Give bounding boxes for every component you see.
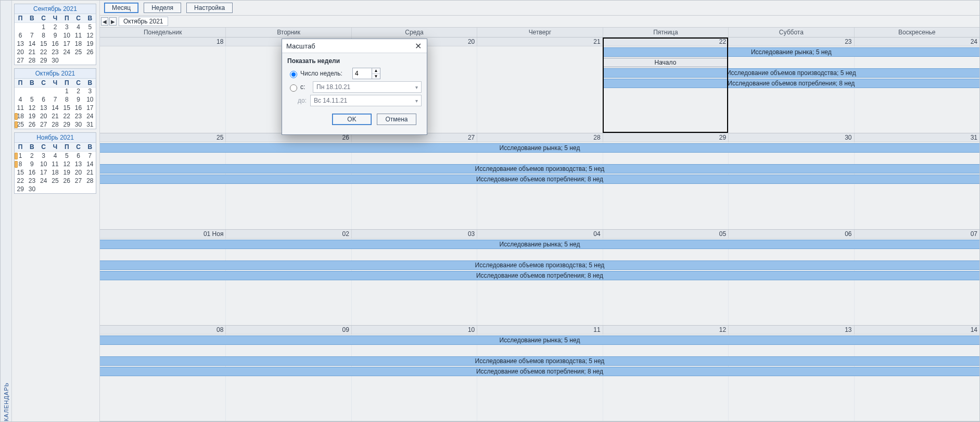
app-root: КАЛЕНДАРЬ Сентябрь 2021ПВСЧПСВ1234567891… — [0, 0, 980, 422]
from-row: с: Пн 18.10.21 ▾ — [287, 81, 422, 93]
to-date-value: Вс 14.11.21 — [314, 97, 347, 104]
from-label: с: — [300, 83, 313, 91]
to-row: до: Вс 14.11.21 ▾ — [287, 95, 422, 106]
spin-up-icon[interactable]: ▲ — [372, 68, 380, 74]
modal-overlay: Масштаб ✕ Показать недели Число недель: … — [1, 1, 979, 421]
chevron-down-icon: ▾ — [415, 84, 418, 90]
weeks-input[interactable] — [352, 68, 372, 79]
to-label: до: — [298, 97, 310, 104]
dialog-titlebar: Масштаб ✕ — [282, 39, 427, 53]
from-radio[interactable] — [290, 84, 297, 92]
cancel-button[interactable]: Отмена — [377, 114, 416, 125]
weeks-row: Число недель: ▲ ▼ — [287, 68, 422, 79]
weeks-label: Число недель: — [300, 70, 352, 77]
from-date-value: Пн 18.10.21 — [316, 83, 350, 91]
spin-down-icon[interactable]: ▼ — [372, 74, 380, 79]
chevron-down-icon: ▾ — [415, 98, 418, 104]
scale-dialog: Масштаб ✕ Показать недели Число недель: … — [282, 39, 427, 135]
dialog-title: Масштаб — [286, 42, 315, 50]
weeks-radio[interactable] — [290, 71, 297, 78]
dialog-group-label: Показать недели — [287, 57, 422, 65]
from-date-combo[interactable]: Пн 18.10.21 ▾ — [313, 81, 422, 93]
spinner: ▲ ▼ — [372, 68, 380, 79]
ok-button[interactable]: OK — [332, 114, 372, 125]
dialog-body: Показать недели Число недель: ▲ ▼ с: — [282, 53, 427, 134]
close-icon[interactable]: ✕ — [413, 41, 423, 51]
to-date-combo[interactable]: Вс 14.11.21 ▾ — [310, 95, 422, 106]
weeks-stepper: ▲ ▼ — [352, 68, 380, 79]
dialog-footer: OK Отмена — [287, 108, 422, 130]
